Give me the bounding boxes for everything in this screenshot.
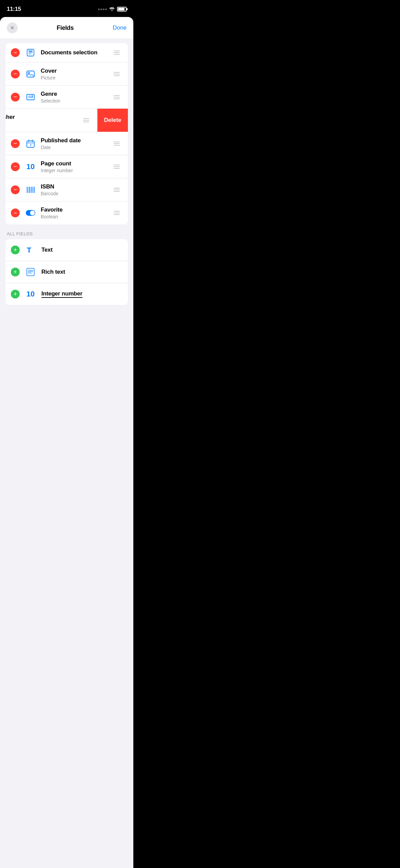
add-text-button[interactable]: + bbox=[11, 246, 20, 254]
delete-isbn-button[interactable]: − bbox=[11, 185, 20, 194]
delete-documents-button[interactable]: − bbox=[11, 48, 20, 57]
field-type-genre: Selection bbox=[41, 98, 111, 104]
svg-rect-1 bbox=[28, 51, 33, 52]
status-icons bbox=[98, 6, 127, 12]
barcode-icon bbox=[24, 184, 37, 196]
done-button[interactable]: Done bbox=[113, 24, 127, 31]
drag-handle-isbn[interactable] bbox=[111, 185, 122, 195]
publisher-content: Publisher Text bbox=[5, 109, 97, 132]
field-info-isbn: ISBN Barcode bbox=[41, 183, 111, 196]
drag-handle-published-date[interactable] bbox=[111, 139, 122, 148]
fields-list: − Documents selection − bbox=[5, 43, 128, 224]
svg-text:T: T bbox=[27, 246, 32, 254]
text-icon: T bbox=[24, 244, 37, 256]
svg-text:7: 7 bbox=[30, 144, 32, 147]
svg-rect-3 bbox=[28, 54, 31, 54]
field-info-genre: Genre Selection bbox=[41, 91, 111, 104]
drag-handle-favorite[interactable] bbox=[111, 208, 122, 218]
drag-handle-publisher[interactable] bbox=[80, 115, 92, 125]
close-button[interactable]: ✕ bbox=[7, 22, 18, 33]
field-info-favorite: Favorite Boolean bbox=[41, 206, 111, 219]
all-field-item-integer-number[interactable]: + 10 Integer number bbox=[5, 283, 128, 305]
battery-icon bbox=[117, 7, 127, 12]
field-name-cover: Cover bbox=[41, 68, 111, 74]
svg-rect-15 bbox=[28, 187, 28, 193]
svg-point-22 bbox=[30, 211, 35, 215]
number-icon: 10 bbox=[24, 161, 37, 173]
field-type-page-count: Integer number bbox=[41, 168, 111, 173]
field-name-page-count: Page count bbox=[41, 160, 111, 167]
field-item-cover: − Cover Picture bbox=[5, 62, 128, 86]
add-integer-number-button[interactable]: + bbox=[11, 290, 20, 299]
field-type-publisher: Text bbox=[5, 121, 80, 127]
field-item-published-date: − 7 Published date Date bbox=[5, 132, 128, 155]
modal-title: Fields bbox=[57, 24, 74, 32]
all-field-name-text: Text bbox=[41, 247, 53, 253]
svg-rect-2 bbox=[28, 52, 33, 53]
svg-rect-14 bbox=[27, 187, 27, 193]
field-type-published-date: Date bbox=[41, 145, 111, 150]
field-type-favorite: Boolean bbox=[41, 214, 111, 219]
main-container: ✕ Fields Done − Documents selection bbox=[0, 17, 133, 868]
field-name-published-date: Published date bbox=[41, 137, 111, 144]
all-field-name-integer-number: Integer number bbox=[41, 290, 82, 298]
field-info-page-count: Page count Integer number bbox=[41, 160, 111, 173]
signal-dots-icon bbox=[98, 8, 107, 10]
boolean-icon bbox=[24, 207, 37, 219]
all-field-item-text[interactable]: + T Text bbox=[5, 239, 128, 261]
selection-icon bbox=[24, 91, 37, 103]
drag-handle-cover[interactable] bbox=[111, 69, 122, 79]
modal-header: ✕ Fields Done bbox=[0, 17, 133, 39]
status-bar: 11:15 bbox=[0, 0, 133, 17]
all-fields-list: + T Text + bbox=[5, 239, 128, 305]
delete-cover-button[interactable]: − bbox=[11, 70, 20, 78]
date-icon: 7 bbox=[24, 138, 37, 150]
field-type-isbn: Barcode bbox=[41, 191, 111, 196]
documents-icon bbox=[24, 47, 37, 59]
delete-label: Delete bbox=[104, 117, 121, 124]
field-item-documents: − Documents selection bbox=[5, 43, 128, 62]
field-info-published-date: Published date Date bbox=[41, 137, 111, 150]
add-rich-text-button[interactable]: + bbox=[11, 268, 20, 276]
field-type-cover: Picture bbox=[41, 75, 111, 80]
all-field-name-rich-text: Rich text bbox=[41, 269, 65, 275]
svg-rect-24 bbox=[27, 268, 34, 276]
field-item-isbn: − ISBN Barcode bbox=[5, 178, 128, 201]
all-fields-header: ALL FIELDS bbox=[5, 229, 128, 239]
svg-rect-17 bbox=[31, 187, 31, 193]
svg-rect-4 bbox=[27, 71, 34, 77]
delete-favorite-button[interactable]: − bbox=[11, 209, 20, 217]
all-fields-section: ALL FIELDS + T Text + bbox=[0, 229, 133, 305]
drag-handle-genre[interactable] bbox=[111, 92, 122, 102]
picture-icon bbox=[24, 68, 37, 80]
field-name-documents: Documents selection bbox=[41, 49, 111, 56]
field-info-documents: Documents selection bbox=[41, 49, 111, 56]
field-name-genre: Genre bbox=[41, 91, 111, 97]
field-item-page-count: − 10 Page count Integer number bbox=[5, 155, 128, 178]
svg-rect-16 bbox=[29, 187, 30, 193]
svg-rect-18 bbox=[32, 187, 32, 193]
richtext-icon bbox=[24, 266, 37, 278]
field-item-favorite: − Favorite Boolean bbox=[5, 201, 128, 224]
drag-handle-page-count[interactable] bbox=[111, 162, 122, 171]
svg-rect-20 bbox=[34, 187, 35, 193]
delete-genre-button[interactable]: − bbox=[11, 93, 20, 102]
field-name-isbn: ISBN bbox=[41, 183, 111, 190]
delete-published-date-button[interactable]: − bbox=[11, 139, 20, 148]
field-item-publisher: Publisher Text Delete bbox=[5, 109, 128, 132]
delete-publisher-button[interactable]: Delete bbox=[97, 109, 128, 132]
svg-rect-19 bbox=[33, 187, 33, 193]
delete-page-count-button[interactable]: − bbox=[11, 162, 20, 171]
close-icon: ✕ bbox=[10, 25, 14, 31]
field-name-publisher: Publisher bbox=[5, 114, 80, 121]
svg-rect-6 bbox=[27, 94, 34, 100]
wifi-icon bbox=[109, 6, 115, 12]
field-info-publisher: Publisher Text bbox=[5, 114, 80, 127]
all-field-item-rich-text[interactable]: + Rich text bbox=[5, 261, 128, 283]
field-info-cover: Cover Picture bbox=[41, 68, 111, 80]
status-time: 11:15 bbox=[7, 6, 21, 13]
field-item-genre: − Genre Selection bbox=[5, 86, 128, 109]
drag-handle-documents[interactable] bbox=[111, 48, 122, 57]
field-name-favorite: Favorite bbox=[41, 206, 111, 213]
integer-number-icon: 10 bbox=[24, 288, 37, 300]
